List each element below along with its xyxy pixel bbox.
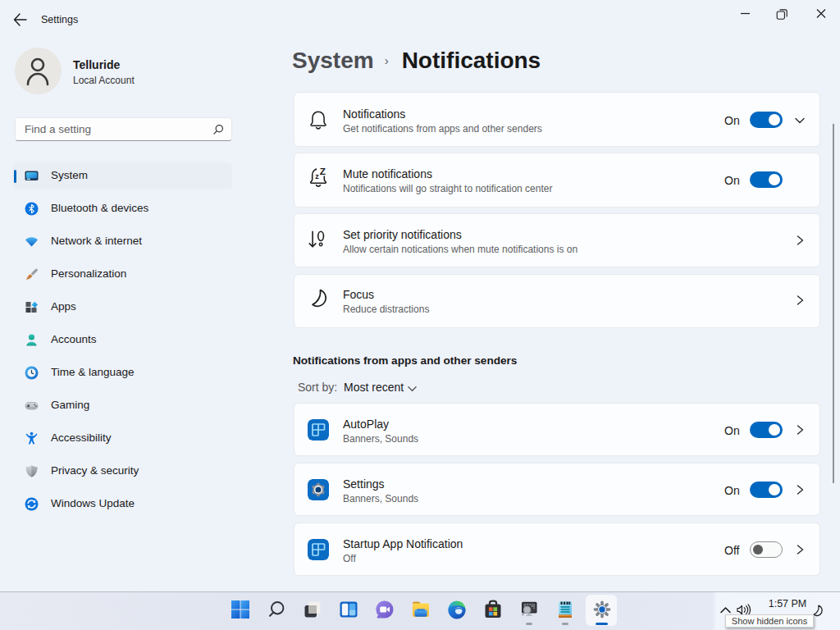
svg-text:z: z <box>315 172 319 180</box>
svg-text:Z: Z <box>320 166 326 177</box>
